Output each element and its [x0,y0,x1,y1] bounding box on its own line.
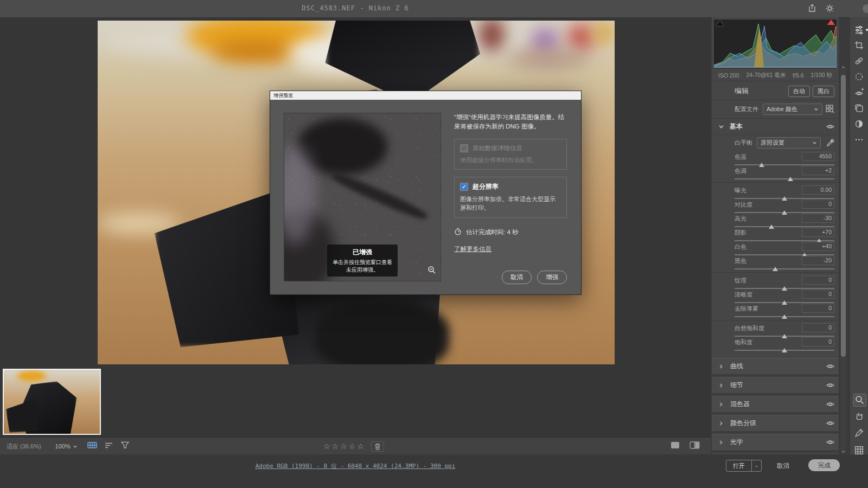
basic-sliders: 色温4550色调+2曝光0.00对比度0高光-30阴影+70白色+40黑色-20… [735,152,834,351]
slider-exposure: 曝光0.00 [735,185,834,200]
done-button[interactable]: 完成 [808,459,840,471]
eyedropper-icon[interactable] [826,139,834,147]
sort-order-icon[interactable] [105,441,113,451]
eye-icon[interactable] [826,400,834,408]
star-rating: ☆☆☆☆☆ [323,441,384,452]
edit-icon[interactable] [854,25,864,35]
masking-icon[interactable] [854,72,864,82]
export-icon[interactable] [808,4,816,13]
slider-value[interactable]: +70 [802,228,834,237]
dialog-cancel-button[interactable]: 取消 [502,271,532,284]
dialog-title-bar[interactable]: 增强预览 [270,91,581,100]
red-eye-icon[interactable] [854,88,864,98]
hand-icon[interactable] [854,411,864,421]
section-color-grading[interactable]: 颜色分级 [712,415,839,432]
eye-icon[interactable] [826,123,834,131]
star-icon[interactable]: ☆ [349,442,356,451]
zoom-level-select[interactable]: 100% [55,443,78,450]
title-bar: DSC_4583.NEF - Nikon Z 6 [0,0,868,18]
gear-icon[interactable] [825,4,834,13]
super-resolution-checkbox[interactable]: ✓ [460,183,468,191]
slider-highlights: 高光-30 [735,214,834,228]
slider-value[interactable]: +2 [802,166,834,175]
scroll-up-icon[interactable]: ⌃ [840,66,846,72]
star-icon[interactable]: ☆ [357,442,364,451]
eye-icon[interactable] [826,419,834,427]
slider-value[interactable]: 0 [802,290,834,299]
shadow-clipping-indicator[interactable] [716,21,724,26]
bw-button[interactable]: 黑白 [813,86,834,97]
open-button[interactable]: 打开 ⌄ [726,460,762,472]
slider-track[interactable] [735,348,834,352]
more-options-icon[interactable] [854,135,864,145]
color-sampler-icon[interactable] [854,428,864,438]
filmstrip-toggle-icon[interactable] [87,441,97,451]
highlight-clipping-indicator[interactable] [827,20,835,25]
slider-value[interactable]: +40 [802,242,834,251]
profile-select[interactable]: Adobe 颜色 [763,104,822,115]
slider-shadows: 阴影+70 [735,228,834,242]
slider-value[interactable]: 0 [802,323,834,332]
slider-whites: 白色+40 [735,242,834,256]
slider-label: 高光 [735,215,746,223]
zoom-out-icon[interactable] [427,266,436,277]
raw-details-option: ✓ 原始数据详细信息 使用超级分辨率时自动应用。 [454,139,567,170]
enhance-preview-image[interactable]: 已增强 单击并按住预览窗口查看 未应用增强。 [284,113,441,281]
white-balance-select[interactable]: 原照设置 [757,137,821,149]
eye-icon[interactable] [826,362,834,370]
fit-zoom-label: 适应 (38.6%) [7,442,41,451]
open-options-icon[interactable]: ⌄ [751,460,761,471]
eye-icon[interactable] [826,381,834,389]
section-optics[interactable]: 光学 [712,434,839,451]
trash-icon[interactable] [371,441,384,452]
star-icon[interactable]: ☆ [332,442,339,451]
panel-scrollbar[interactable]: ⌃ ⌄ [840,65,846,454]
scrollbar-thumb[interactable] [841,75,846,357]
slider-temperature: 色温4550 [735,152,834,166]
scroll-down-icon[interactable]: ⌄ [840,448,846,453]
more-adjustments-icon[interactable] [854,119,864,129]
corner-icon[interactable] [863,4,868,13]
slider-value[interactable]: 0 [802,337,834,346]
slider-label: 黑色 [735,257,746,265]
section-detail[interactable]: 细节 [712,377,839,394]
section-basic[interactable]: 基本 [712,118,839,135]
dialog-enhance-button[interactable]: 增强 [537,271,567,284]
eye-icon[interactable] [826,438,834,446]
auto-button[interactable]: 自动 [788,86,810,97]
section-curves[interactable]: 曲线 [712,358,839,375]
enhance-description: “增强”使用机器学习来提高图像质量。结果将被保存为新的 DNG 图像。 [454,113,567,132]
zoom-icon[interactable] [853,394,866,407]
slider-value[interactable]: 0 [802,304,834,313]
star-icon[interactable]: ☆ [323,442,330,451]
chevron-down-icon [812,140,817,145]
super-resolution-label: 超分辨率 [473,182,499,191]
section-mixer[interactable]: 混色器 [712,396,839,413]
slider-label: 饱和度 [735,338,752,346]
histogram[interactable] [714,20,837,68]
estimate-text: 估计完成时间: 4 秒 [466,228,518,236]
filter-icon[interactable] [121,441,129,451]
chevron-right-icon [718,364,724,369]
slider-value[interactable]: 0.00 [802,185,834,195]
slider-value[interactable]: -30 [802,214,834,223]
crop-icon[interactable] [854,41,864,50]
single-view-icon[interactable] [671,441,680,451]
basic-title: 基本 [730,122,743,131]
before-after-icon[interactable] [690,441,700,451]
presets-icon[interactable] [854,104,864,113]
slider-value[interactable]: 4550 [802,152,834,161]
healing-brush-icon[interactable] [854,56,864,66]
slider-value[interactable]: -20 [802,256,834,265]
learn-more-link[interactable]: 了解更多信息 [454,245,492,253]
star-icon[interactable]: ☆ [340,442,347,451]
slider-label: 对比度 [735,201,752,209]
raw-details-checkbox[interactable]: ✓ [460,144,468,152]
workflow-options-link[interactable]: Adobe RGB (1998) - 8 位 - 6048 x 4024 (24… [0,462,711,470]
slider-value[interactable]: 0 [802,200,834,209]
slider-value[interactable]: 0 [802,275,834,285]
profile-browser-icon[interactable] [826,105,834,113]
cancel-button[interactable]: 取消 [777,462,789,470]
filmstrip-thumbnail[interactable] [3,369,101,435]
slider-thumb[interactable] [782,348,787,352]
